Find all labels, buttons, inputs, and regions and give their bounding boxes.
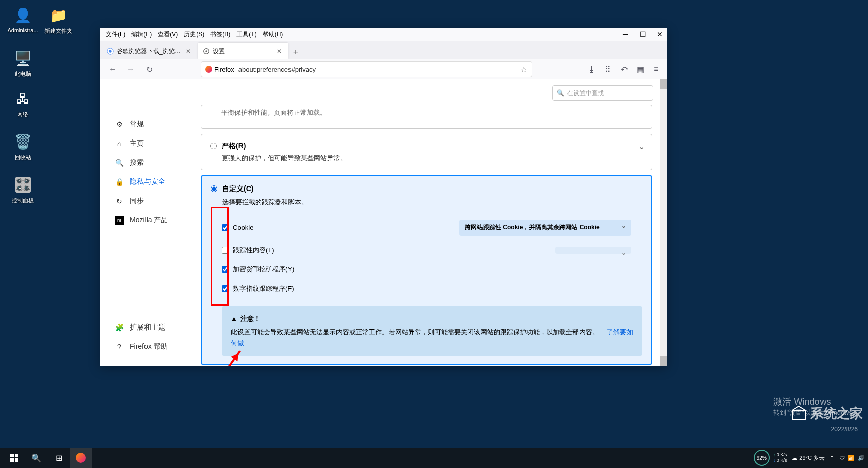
bookmark-star-icon[interactable]: ☆ (520, 65, 527, 74)
desktop-icon-thispc[interactable]: 🖥️此电脑 (5, 48, 40, 78)
firefox-window: 文件(F) 编辑(E) 查看(V) 历史(S) 书签(B) 工具(T) 帮助(H… (100, 28, 667, 366)
miners-checkbox[interactable] (222, 266, 229, 273)
start-button[interactable] (3, 448, 25, 468)
trash-icon: 🗑️ (13, 131, 33, 152)
tray-icon[interactable]: 🔊 (858, 455, 865, 461)
system-tray[interactable]: 🛡 📶 🔊 (839, 455, 865, 461)
chrome-icon (107, 48, 114, 55)
sidebar-item-extensions[interactable]: 🧩扩展和主题 (100, 318, 201, 337)
url-bar[interactable]: Firefox about:preferences#privacy ☆ (201, 61, 532, 77)
gear-icon (203, 48, 210, 55)
check-fingerprint-row: 数字指纹跟踪程序(F) (211, 279, 642, 298)
weather-widget[interactable]: ☁ 29°C 多云 (792, 454, 825, 462)
identity-label: Firefox (214, 66, 234, 73)
settings-search-input[interactable]: 🔍 在设置中查找 (552, 85, 653, 101)
tab-title: 谷歌浏览器下载_浏览器官网入口 (117, 47, 181, 56)
check-label: 加密货币挖矿程序(Y) (233, 265, 294, 274)
activate-windows-watermark: 激活 Windows 转到"设置"以激活 Windows。 (773, 396, 859, 417)
tray-icon[interactable]: 📶 (848, 455, 855, 461)
sidebar-item-privacy[interactable]: 🔒隐私与安全 (100, 172, 201, 192)
custom-radio[interactable] (211, 185, 217, 192)
option-standard[interactable]: 平衡保护和性能。页面将正常加载。 (201, 105, 652, 129)
chevron-down-icon[interactable]: ⌄ (638, 142, 645, 151)
taskview-button[interactable]: ⊞ (47, 448, 70, 468)
tab-close-icon[interactable]: ✕ (275, 47, 283, 55)
check-tracking-row: 跟踪性内容(T) (211, 241, 642, 260)
check-label: 跟踪性内容(T) (233, 246, 274, 255)
new-tab-button[interactable]: + (288, 45, 303, 59)
notice-title-text: 注意！ (240, 313, 260, 324)
svg-rect-7 (10, 458, 14, 462)
vertical-scrollbar[interactable] (660, 79, 667, 366)
option-desc: 更强大的保护，但可能导致某些网站异常。 (222, 154, 347, 163)
maximize-button[interactable]: ☐ (639, 31, 646, 38)
sidebar-item-mozilla[interactable]: mMozilla 产品 (100, 211, 201, 230)
menu-bar: 文件(F) 编辑(E) 查看(V) 历史(S) 书签(B) 工具(T) 帮助(H… (100, 28, 667, 41)
tab-chrome-download[interactable]: 谷歌浏览器下载_浏览器官网入口 ✕ (102, 43, 198, 59)
back-button[interactable]: ← (106, 62, 120, 76)
sidebar-item-label: 同步 (130, 197, 144, 206)
qr-icon[interactable]: ⠿ (603, 64, 613, 74)
svg-point-3 (205, 50, 207, 52)
tray-icon[interactable]: 🛡 (839, 455, 845, 461)
menu-view[interactable]: 查看(V) (156, 29, 180, 40)
strict-radio[interactable] (210, 143, 217, 149)
desktop-icon-recycle[interactable]: 🗑️回收站 (5, 131, 40, 161)
sidebar-item-search[interactable]: 🔍搜索 (100, 153, 201, 172)
scrollbar-down[interactable] (660, 356, 667, 366)
option-strict[interactable]: 严格(R) 更强大的保护，但可能导致某些网站异常。 ⌄ (201, 134, 652, 170)
weather-icon: ☁ (792, 455, 797, 461)
menu-edit[interactable]: 编辑(E) (129, 29, 154, 40)
sidebar-item-general[interactable]: ⚙常规 (100, 115, 201, 134)
undo-icon[interactable]: ↶ (619, 64, 629, 74)
taskbar-firefox[interactable] (70, 448, 92, 468)
forward-button[interactable]: → (124, 62, 138, 76)
warning-icon: ▲ (231, 313, 237, 324)
search-icon: 🔍 (115, 158, 124, 167)
menu-bookmarks[interactable]: 书签(B) (208, 29, 232, 40)
hamburger-menu-icon[interactable]: ≡ (651, 64, 661, 74)
sidebar-item-label: Mozilla 产品 (130, 216, 168, 225)
network-icon: 🖧 (13, 88, 33, 109)
tracking-checkbox[interactable] (222, 247, 229, 254)
sidebar-item-home[interactable]: ⌂主页 (100, 134, 201, 153)
menu-file[interactable]: 文件(F) (104, 29, 127, 40)
minimize-button[interactable]: ─ (622, 31, 629, 38)
sidebar-item-help[interactable]: ?Firefox 帮助 (100, 337, 201, 356)
battery-badge: 92% (754, 450, 770, 466)
sidebar-item-label: 主页 (130, 139, 144, 148)
check-label: Cookie (233, 224, 253, 231)
user-icon: 👤 (13, 5, 33, 25)
tray-chevron-icon[interactable]: ⌃ (830, 455, 834, 461)
desktop-icon-control[interactable]: 🎛️控制面板 (5, 174, 40, 204)
tab-settings[interactable]: 设置 ✕ (198, 43, 288, 59)
folder-icon: 📁 (48, 5, 68, 25)
sidebar-item-label: Firefox 帮助 (130, 342, 168, 351)
sidebar-item-label: 隐私与安全 (130, 177, 165, 186)
option-title: 严格(R) (222, 142, 347, 151)
sidebar-item-sync[interactable]: ↻同步 (100, 192, 201, 211)
search-button[interactable]: 🔍 (25, 448, 47, 468)
cookie-dropdown[interactable]: 跨网站跟踪性 Cookie，并隔离其余跨网站 Cookie (459, 220, 631, 236)
check-label: 数字指纹跟踪程序(F) (233, 284, 294, 293)
sidebar-item-label: 扩展和主题 (130, 323, 165, 332)
net-meter[interactable]: 92% ↑ 0 K/s ↓ 0 K/s (754, 450, 787, 466)
check-miners-row: 加密货币挖矿程序(Y) (211, 260, 642, 279)
desktop-icon-admin[interactable]: 👤Administra... (5, 5, 40, 33)
fingerprint-checkbox[interactable] (222, 285, 229, 292)
svg-rect-5 (10, 454, 14, 457)
menu-help[interactable]: 帮助(H) (261, 29, 285, 40)
desktop-icon-folder[interactable]: 📁新建文件夹 (40, 5, 76, 35)
close-button[interactable]: ✕ (656, 31, 663, 38)
menu-tools[interactable]: 工具(T) (234, 29, 258, 40)
option-title: 自定义(C) (222, 184, 308, 194)
menu-history[interactable]: 历史(S) (182, 29, 206, 40)
tab-close-icon[interactable]: ✕ (184, 47, 192, 55)
cookie-checkbox[interactable] (222, 224, 229, 231)
downloads-icon[interactable]: ⭳ (587, 64, 597, 74)
apps-icon[interactable]: ▦ (635, 64, 645, 74)
desktop-icon-network[interactable]: 🖧网络 (5, 88, 40, 118)
tab-bar: 谷歌浏览器下载_浏览器官网入口 ✕ 设置 ✕ + (100, 41, 667, 59)
scrollbar-up[interactable] (660, 79, 667, 89)
reload-button[interactable]: ↻ (142, 62, 156, 76)
